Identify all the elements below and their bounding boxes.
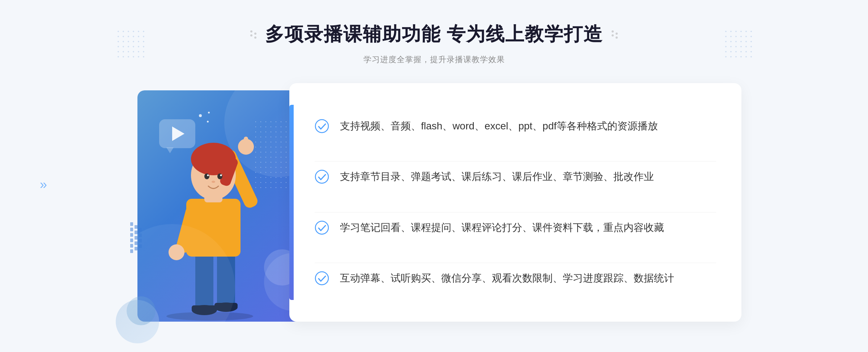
feature-item-2: 支持章节目录、弹题考试、课后练习、课后作业、章节测验、批改作业	[315, 161, 716, 192]
content-area: 支持视频、音频、flash、word、excel、ppt、pdf等各种格式的资源…	[127, 83, 741, 343]
feature-item-4: 互动弹幕、试听购买、微信分享、观看次数限制、学习进度跟踪、数据统计	[315, 263, 716, 294]
svg-point-16	[207, 175, 209, 176]
deco-ring-small	[127, 296, 156, 325]
feature-item-1: 支持视频、音频、flash、word、excel、ppt、pdf等各种格式的资源…	[315, 111, 716, 142]
svg-rect-2	[217, 249, 235, 307]
feature-text-2: 支持章节目录、弹题考试、课后练习、课后作业、章节测验、批改作业	[340, 169, 654, 185]
bottom-left-deco	[116, 293, 166, 343]
play-triangle-icon	[172, 126, 184, 141]
svg-point-25	[315, 272, 328, 285]
svg-rect-5	[192, 305, 217, 311]
svg-point-22	[315, 120, 328, 133]
stripe-deco	[130, 222, 142, 253]
svg-rect-9	[175, 205, 200, 254]
feature-text-4: 互动弹幕、试听购买、微信分享、观看次数限制、学习进度跟踪、数据统计	[340, 270, 674, 287]
check-icon-3	[315, 220, 329, 235]
svg-rect-6	[214, 303, 238, 308]
svg-point-3	[192, 305, 217, 315]
play-bubble-inner	[159, 119, 195, 148]
check-icon-2	[315, 169, 329, 184]
header-section: 多项录播课辅助功能 专为线上教学打造 学习进度全掌握，提升录播课教学效果	[0, 22, 868, 65]
check-icon-4	[315, 271, 329, 286]
svg-point-23	[315, 170, 328, 183]
sparkle-2	[208, 108, 210, 115]
title-deco-left	[250, 30, 256, 39]
svg-point-17	[220, 175, 222, 176]
check-icon-1	[315, 119, 329, 133]
svg-point-18	[212, 181, 215, 183]
blue-accent-bar	[289, 105, 294, 300]
svg-point-21	[169, 244, 184, 260]
svg-point-0	[166, 312, 253, 321]
right-panel: 支持视频、音频、flash、word、excel、ppt、pdf等各种格式的资源…	[289, 83, 741, 322]
illustration-bg	[137, 90, 311, 322]
feature-text-1: 支持视频、音频、flash、word、excel、ppt、pdf等各种格式的资源…	[340, 118, 658, 134]
sparkle-3	[207, 117, 209, 124]
main-title: 多项录播课辅助功能 专为线上教学打造	[265, 22, 603, 47]
arrow-deco-left: »	[40, 177, 47, 192]
svg-rect-20	[244, 137, 248, 149]
play-bubble	[159, 119, 203, 155]
svg-point-24	[315, 221, 328, 234]
feature-item-3: 学习笔记回看、课程提问、课程评论打分、课件资料下载，重点内容收藏	[315, 212, 716, 243]
title-wrapper: 多项录播课辅助功能 专为线上教学打造	[0, 22, 868, 47]
feature-text-3: 学习笔记回看、课程提问、课程评论打分、课件资料下载，重点内容收藏	[340, 220, 664, 236]
title-deco-right	[612, 30, 618, 39]
subtitle: 学习进度全掌握，提升录播课教学效果	[0, 54, 868, 65]
sparkle-1	[199, 112, 202, 119]
page-wrapper: » 多项录播课辅助功能 专为线上教学打造	[0, 0, 868, 352]
svg-point-15	[217, 173, 222, 179]
svg-point-14	[204, 173, 209, 179]
svg-rect-1	[195, 249, 213, 311]
